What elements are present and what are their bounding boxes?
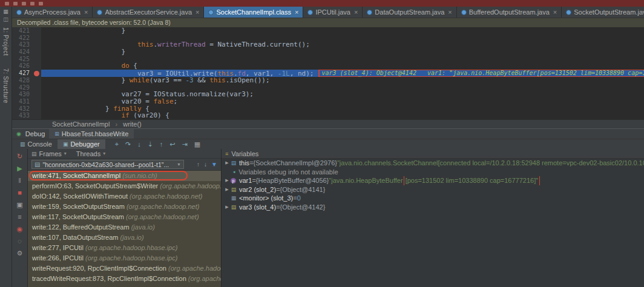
evaluate-expression-icon[interactable]: ▦ (194, 140, 200, 148)
code-text[interactable] (41, 56, 644, 63)
line-number[interactable]: 427 (12, 70, 33, 77)
editor-tab[interactable]: SocketChannelImpl.class× (204, 7, 303, 18)
frame-row[interactable]: doIO:142, SocketIOWithTimeout (org.apach… (28, 191, 221, 202)
settings-icon[interactable]: ⚙ (17, 250, 23, 257)
breadcrumb-class[interactable]: SocketChannelImpl (52, 120, 110, 128)
breadcrumb-method[interactable]: write() (123, 120, 142, 128)
thread-dump-icon[interactable]: ▣ (16, 202, 22, 208)
gutter-icon-zone[interactable] (33, 77, 41, 84)
line-number[interactable]: 429 (12, 84, 33, 91)
expand-arrow-icon[interactable]: ▶ (224, 176, 230, 185)
frame-row[interactable]: writeRequest:920, RpcClientImpl$Connecti… (28, 263, 221, 274)
frame-row[interactable]: write:159, SocketOutputStream (org.apach… (28, 202, 221, 212)
editor-tab[interactable]: AsyncProcess.java× (12, 7, 93, 18)
frame-row[interactable]: write:277, IPCUtil (org.apache.hadoop.hb… (28, 243, 221, 253)
line-number[interactable]: 423 (12, 41, 33, 48)
code-text[interactable]: var3 = IOUtil.write(this.fd, var1, -1L, … (41, 70, 644, 77)
editor-tab[interactable]: AbstractExecutorService.java× (93, 7, 204, 18)
code-text[interactable]: do { (41, 62, 644, 70)
code-text[interactable]: } while(var3 == -3 && this.isOpen()); (41, 77, 644, 84)
close-icon[interactable]: × (295, 8, 298, 16)
frame-row[interactable]: write:266, IPCUtil (org.apache.hadoop.hb… (28, 253, 221, 263)
code-text[interactable]: var27 = IOStatus.normalize(var3); (41, 91, 644, 98)
code-text[interactable] (41, 35, 644, 42)
code-text[interactable]: if (var20) { (41, 112, 644, 119)
code-text[interactable]: this.writerThread = NativeThread.current… (41, 41, 644, 48)
line-number[interactable]: 421 (12, 27, 33, 35)
variable-row[interactable]: ▶▤this = {SocketChannelImpl@2976} "java.… (222, 159, 644, 168)
force-step-into-icon[interactable]: ⇣ (148, 140, 153, 148)
show-execution-point-icon[interactable]: ⌖ (115, 140, 119, 148)
mute-breakpoints-icon[interactable]: ◌ (18, 238, 22, 245)
gutter-icon-zone[interactable] (33, 91, 41, 98)
frame-row[interactable]: write:471, SocketChannelImpl (sun.nio.ch… (28, 171, 221, 181)
thread-selector[interactable]: ▤ "hconnection-0xb42a630-shared--pool1-t… (31, 160, 184, 169)
frame-row[interactable]: tracedWriteRequest:873, RpcClientImpl$Co… (28, 274, 221, 284)
gutter-icon-zone[interactable] (33, 84, 41, 91)
view-breakpoints-icon[interactable]: ◉ (17, 226, 23, 233)
code-text[interactable]: } (41, 48, 644, 56)
gutter-icon-zone[interactable] (33, 112, 41, 119)
variable-row[interactable]: ●Variables debug info not available (222, 168, 644, 177)
gutter-icon-zone[interactable] (33, 105, 41, 113)
variable-row[interactable]: ▶▤var2 (slot_2) = {Object@4141} (222, 185, 644, 194)
gutter-icon-zone[interactable] (33, 48, 41, 56)
code-text[interactable]: var20 = false; (41, 98, 644, 105)
close-icon[interactable]: × (448, 8, 452, 16)
editor-tab[interactable]: DataOutputStream.java× (363, 7, 456, 18)
gutter-icon-zone[interactable] (33, 98, 41, 105)
gutter-icon-zone[interactable] (33, 62, 41, 70)
step-out-icon[interactable]: ↑ (160, 140, 163, 148)
pause-icon[interactable]: ‖ (18, 177, 21, 184)
line-number[interactable]: 428 (12, 77, 33, 84)
close-icon[interactable]: × (354, 8, 358, 16)
toolbar-icon-1[interactable] (5, 2, 9, 5)
rerun-icon[interactable]: ↻ (17, 153, 22, 160)
toolbar-icon-3[interactable] (22, 2, 26, 5)
code-text[interactable]: } (41, 27, 644, 35)
expand-arrow-icon[interactable]: ▶ (224, 203, 230, 212)
variable-row[interactable]: ▶▤var3 (slot_4) = {Object@4142} (222, 203, 644, 212)
run-to-cursor-icon[interactable]: ⇥ (182, 140, 188, 148)
expand-arrow-icon[interactable]: ▶ (224, 159, 230, 168)
next-frame-icon[interactable]: ↓ (204, 161, 207, 168)
line-number[interactable]: 430 (12, 91, 33, 98)
variable-row[interactable]: ▶pvar1 = {HeapByteBuffer@4056} "java.nio… (222, 176, 644, 185)
previous-frame-icon[interactable]: ↑ (197, 161, 200, 168)
line-number[interactable]: 422 (12, 35, 33, 42)
frame-row[interactable]: write:107, DataOutputStream (java.io) (28, 233, 221, 243)
line-number[interactable]: 424 (12, 48, 33, 56)
tab-threads[interactable]: Threads (76, 150, 100, 157)
tool-button-project[interactable]: 1: Project (2, 27, 9, 56)
step-into-icon[interactable]: ↓ (137, 140, 141, 148)
close-icon[interactable]: × (196, 8, 199, 16)
tab-console[interactable]: ▥Console (15, 139, 58, 150)
line-number[interactable]: 432 (12, 105, 33, 113)
gutter-icon-zone[interactable] (33, 27, 41, 35)
stop-icon[interactable]: ■ (18, 190, 22, 196)
resume-icon[interactable]: ▶ (17, 165, 22, 172)
gutter-icon-zone[interactable] (33, 70, 41, 77)
editor-tab[interactable]: IPCUtil.java× (303, 7, 363, 18)
tool-button-structure[interactable]: 7: Structure (2, 68, 9, 104)
gutter-icon-zone[interactable] (33, 56, 41, 63)
gutter-icon-zone[interactable] (33, 35, 41, 42)
restore-layout-icon[interactable]: ≡ (18, 214, 21, 220)
debug-session-tab[interactable]: ⊞ HbaseTest.hbaseWrite (49, 129, 134, 139)
line-number[interactable]: 425 (12, 56, 33, 63)
variable-row[interactable]: ▦<monitor> (slot_3) = 0 (222, 194, 644, 203)
close-icon[interactable]: × (553, 8, 557, 16)
toolbar-icon-2[interactable] (13, 2, 18, 5)
drop-frame-icon[interactable]: ↩ (169, 140, 175, 148)
toolbar-icon-4[interactable] (30, 2, 34, 5)
filter-frames-icon[interactable]: ▼ (211, 161, 217, 168)
tab-debugger[interactable]: ▣Debugger (58, 139, 105, 150)
editor-tab[interactable]: SocketOutputStream.java× (562, 7, 644, 18)
frame-row[interactable]: write:117, SocketOutputStream (org.apach… (28, 212, 221, 222)
close-icon[interactable]: × (84, 8, 88, 16)
step-over-icon[interactable]: ↷ (125, 140, 131, 148)
code-text[interactable]: } finally { (41, 105, 644, 113)
gutter-icon-zone[interactable] (33, 41, 41, 48)
favorites-tool-icon[interactable]: ◫ (3, 16, 8, 22)
frame-row[interactable]: performIO:63, SocketOutputStream$Writer … (28, 181, 221, 191)
